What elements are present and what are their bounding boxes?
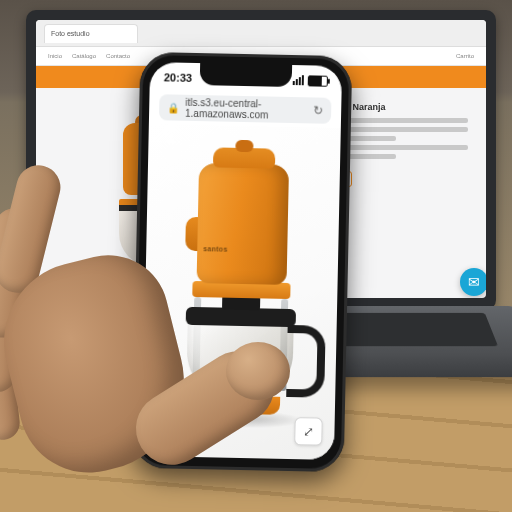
coffee-maker-3d[interactable]: santos [164, 146, 320, 421]
nav-link[interactable]: Contacto [106, 53, 130, 59]
chat-icon: ✉ [468, 274, 480, 290]
phone-screen[interactable]: 20:33 🔒 itls.s3.eu-central-1.amazonaws.c… [142, 62, 342, 460]
brand-label: santos [203, 245, 228, 253]
address-bar[interactable]: 🔒 itls.s3.eu-central-1.amazonaws.com ↻ [159, 94, 332, 124]
fullscreen-button[interactable]: ⤢ [294, 417, 323, 446]
reload-icon[interactable]: ↻ [313, 103, 323, 117]
browser-tab[interactable]: Foto estudio [44, 24, 138, 43]
expand-icon: ⤢ [303, 424, 314, 439]
lock-icon: 🔒 [167, 102, 179, 113]
smartphone: 20:33 🔒 itls.s3.eu-central-1.amazonaws.c… [132, 52, 353, 472]
status-time: 20:33 [164, 71, 192, 84]
photo-scene: Foto estudio Inicio Catálogo Contacto Ca… [0, 0, 512, 512]
nav-link[interactable]: Catálogo [72, 53, 96, 59]
browser-tabbar: Foto estudio [36, 20, 486, 47]
product-3d-viewer[interactable]: santos ⤢ [142, 124, 341, 460]
phone-notch [200, 63, 292, 87]
nav-link[interactable]: Inicio [48, 53, 62, 59]
url-host: itls.s3.eu-central-1.amazonaws.com [185, 97, 307, 122]
battery-icon [308, 75, 328, 86]
signal-icon [293, 75, 304, 85]
cart-link[interactable]: Carrito [456, 53, 474, 59]
chat-widget-button[interactable]: ✉ [460, 268, 486, 296]
